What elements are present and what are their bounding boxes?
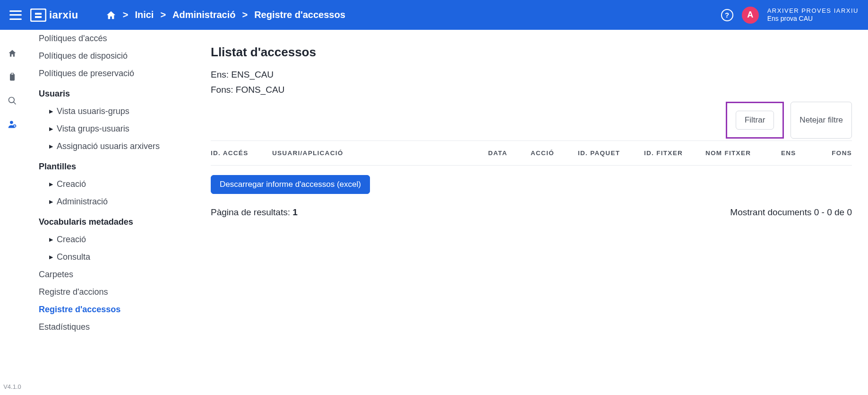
svg-point-5 (9, 97, 15, 103)
home-nav-icon[interactable] (8, 49, 17, 58)
col-id-fitxer[interactable]: ID. FITXER (644, 149, 701, 157)
avatar-initial: A (747, 10, 753, 20)
sidebar-item-consulta[interactable]: Consulta (39, 248, 187, 266)
svg-line-6 (14, 102, 16, 105)
sidebar-item-estad-stiques[interactable]: Estadístiques (39, 318, 187, 336)
brand-name: iarxiu (49, 9, 78, 21)
iconbar: V4.1.0 (0, 30, 25, 395)
page-title: Llistat d'accessos (211, 45, 852, 60)
main-content: Llistat d'accessos Ens: ENS_CAU Fons: FO… (195, 30, 868, 395)
sidebar-item-vista-usuaris-grups[interactable]: Vista usuaris-grups (39, 103, 187, 120)
sidebar-item-vocabularis-metadades[interactable]: Vocabularis metadades (39, 211, 187, 231)
col-id-paquet[interactable]: ID. PAQUET (578, 149, 639, 157)
breadcrumb-separator: > (123, 9, 129, 20)
breadcrumb-item-inici[interactable]: Inici (135, 9, 154, 20)
svg-point-8 (14, 125, 16, 127)
sidebar-item-pol-tiques-d-acc-s[interactable]: Polítiques d'accés (39, 30, 187, 47)
sidebar-item-carpetes[interactable]: Carpetes (39, 266, 187, 283)
user-block[interactable]: ARXIVER PROVES IARXIU Ens prova CAU (767, 7, 859, 22)
home-icon[interactable] (106, 10, 116, 20)
breadcrumb-item-registre[interactable]: Registre d'accessos (254, 9, 345, 20)
col-data[interactable]: DATA (488, 149, 526, 157)
svg-rect-0 (31, 9, 46, 21)
brand[interactable]: iarxiu (30, 9, 78, 22)
breadcrumb-separator: > (242, 9, 248, 20)
svg-rect-2 (35, 16, 42, 18)
sidebar: Polítiques d'accésPolítiques de disposic… (25, 30, 195, 395)
sidebar-item-plantilles[interactable]: Plantilles (39, 155, 187, 176)
avatar[interactable]: A (742, 7, 759, 24)
table-header: ID. ACCÉS USUARI/APLICACIÓ DATA ACCIÓ ID… (211, 140, 852, 166)
col-ens[interactable]: ENS (781, 149, 814, 157)
svg-rect-4 (11, 73, 14, 75)
col-fons[interactable]: FONS (819, 149, 852, 157)
breadcrumb-separator: > (160, 9, 166, 20)
sidebar-item-creaci[interactable]: Creació (39, 176, 187, 193)
filter-highlight: Filtrar (726, 102, 784, 139)
filter-button[interactable]: Filtrar (736, 111, 774, 130)
search-nav-icon[interactable] (8, 96, 17, 105)
sidebar-item-pol-tiques-de-preservaci[interactable]: Polítiques de preservació (39, 65, 187, 82)
filter-row: Filtrar Netejar filtre (211, 102, 852, 139)
user-entity: Ens prova CAU (767, 15, 859, 23)
help-icon[interactable]: ? (721, 9, 733, 21)
download-report-button[interactable]: Descarregar informe d'accessos (excel) (211, 175, 370, 194)
col-id-acces[interactable]: ID. ACCÉS (211, 149, 267, 157)
sidebar-item-pol-tiques-de-disposici[interactable]: Polítiques de disposició (39, 47, 187, 65)
user-name: ARXIVER PROVES IARXIU (767, 7, 859, 15)
col-usuari[interactable]: USUARI/APLICACIÓ (272, 149, 483, 157)
menu-toggle-button[interactable] (9, 10, 22, 20)
admin-nav-icon[interactable] (8, 120, 17, 129)
clear-filter-button[interactable]: Netejar filtre (791, 102, 852, 139)
sidebar-item-registre-d-accessos[interactable]: Registre d'accessos (39, 301, 187, 318)
fons-line: Fons: FONS_CAU (211, 82, 852, 97)
sidebar-item-usuaris[interactable]: Usuaris (39, 82, 187, 103)
sidebar-item-creaci[interactable]: Creació (39, 231, 187, 248)
results-showing: Mostrant documents 0 - 0 de 0 (730, 207, 852, 218)
col-accio[interactable]: ACCIÓ (531, 149, 573, 157)
svg-point-7 (10, 121, 13, 124)
results-row: Pàgina de resultats: 1 Mostrant document… (211, 203, 852, 218)
sidebar-item-assignaci-usuaris-arxivers[interactable]: Assignació usuaris arxivers (39, 138, 187, 155)
sidebar-item-administraci[interactable]: Administració (39, 193, 187, 211)
sidebar-item-registre-d-accions[interactable]: Registre d'accions (39, 283, 187, 301)
breadcrumb-item-administracio[interactable]: Administració (172, 9, 235, 20)
ens-line: Ens: ENS_CAU (211, 67, 852, 82)
results-page: Pàgina de resultats: 1 (211, 207, 298, 218)
clipboard-nav-icon[interactable] (8, 72, 17, 82)
version-label: V4.1.0 (3, 383, 21, 390)
brand-logo-icon (30, 9, 46, 22)
svg-rect-1 (35, 13, 42, 15)
breadcrumb: > Inici > Administració > Registre d'acc… (106, 9, 345, 20)
topbar: iarxiu > Inici > Administració > Registr… (0, 0, 868, 30)
col-nom-fitxer[interactable]: NOM FITXER (705, 149, 776, 157)
sidebar-item-vista-grups-usuaris[interactable]: Vista grups-usuaris (39, 120, 187, 138)
